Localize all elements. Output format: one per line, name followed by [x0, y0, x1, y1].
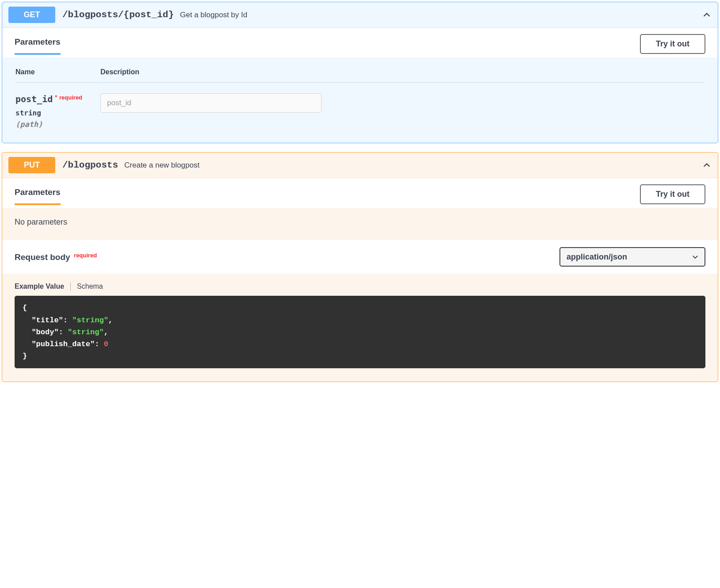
col-name-header: Name	[15, 68, 100, 83]
param-in: (path)	[15, 120, 100, 129]
try-it-out-button-get[interactable]: Try it out	[640, 34, 705, 54]
parameters-section-bar-get: Parameters Try it out	[2, 27, 718, 57]
request-body-bar: Request body required application/json	[2, 240, 718, 274]
request-body-heading: Request body	[15, 252, 70, 262]
endpoint-path-get: /blogposts/{post_id}	[62, 10, 174, 20]
request-body-required-label: required	[74, 252, 97, 259]
table-row: post_id * required string (path)	[15, 84, 705, 129]
parameters-heading-put: Parameters	[15, 187, 61, 205]
content-type-select[interactable]: application/json	[559, 247, 705, 267]
example-code-block[interactable]: { "title": "string", "body": "string", "…	[15, 296, 705, 368]
request-body-body: Example Value Schema { "title": "string"…	[2, 274, 718, 382]
parameters-heading-get: Parameters	[15, 37, 61, 55]
parameters-body-get: Name Description post_id * required stri…	[2, 57, 718, 143]
method-badge-put: PUT	[8, 157, 55, 173]
parameters-section-bar-put: Parameters Try it out	[2, 178, 718, 208]
required-label: required	[59, 94, 82, 101]
chevron-up-icon	[702, 160, 712, 170]
code-token: "string"	[72, 316, 108, 325]
endpoint-header-put[interactable]: PUT /blogposts Create a new blogpost	[2, 153, 718, 178]
param-name: post_id	[15, 94, 53, 104]
endpoint-summary-get: Get a blogpost by Id	[180, 11, 702, 19]
post-id-input[interactable]	[100, 93, 322, 113]
method-badge-get: GET	[8, 7, 55, 23]
endpoint-header-get[interactable]: GET /blogposts/{post_id} Get a blogpost …	[2, 2, 718, 27]
code-token: ,	[104, 328, 108, 336]
code-token: :	[59, 328, 68, 336]
example-tabs: Example Value Schema	[15, 283, 705, 290]
endpoint-path-put: /blogposts	[62, 160, 118, 170]
code-token: "publish_date"	[31, 340, 95, 348]
code-token: :	[63, 316, 72, 325]
code-token: 0	[104, 340, 108, 348]
endpoint-put: PUT /blogposts Create a new blogpost Par…	[2, 152, 718, 382]
param-type: string	[15, 109, 100, 117]
no-parameters-text: No parameters	[15, 218, 705, 227]
tab-example-value[interactable]: Example Value	[15, 283, 64, 290]
code-token: ,	[108, 316, 113, 325]
code-token: "string"	[68, 328, 104, 336]
parameters-body-put: No parameters	[2, 208, 718, 240]
endpoint-summary-put: Create a new blogpost	[124, 161, 702, 170]
code-token: }	[23, 352, 27, 360]
tab-schema[interactable]: Schema	[77, 283, 103, 290]
col-description-header: Description	[100, 68, 705, 83]
content-type-select-wrap: application/json	[559, 247, 705, 267]
chevron-up-icon	[702, 10, 712, 20]
try-it-out-button-put[interactable]: Try it out	[640, 184, 705, 204]
code-token: "body"	[31, 328, 58, 336]
code-token: :	[95, 340, 103, 348]
tab-separator	[70, 283, 71, 290]
required-star-icon: *	[55, 93, 57, 101]
code-token: "title"	[31, 316, 63, 325]
endpoint-get: GET /blogposts/{post_id} Get a blogpost …	[2, 2, 718, 143]
code-token: {	[23, 304, 27, 312]
parameters-table-get: Name Description post_id * required stri…	[15, 67, 705, 130]
